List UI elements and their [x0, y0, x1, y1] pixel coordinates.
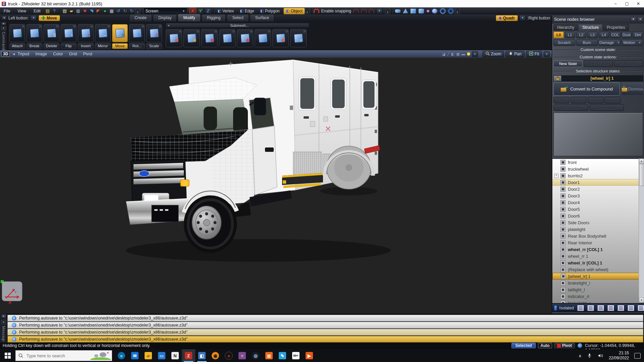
save-icon[interactable]: ▦ [75, 8, 81, 14]
scene-node-door1[interactable]: Door1 [552, 179, 644, 186]
primitive-tube-icon[interactable] [448, 8, 454, 14]
extrude-tool-icon[interactable]: ◳◆ [237, 29, 253, 47]
node-visibility-checkbox[interactable] [560, 281, 566, 286]
viewport-menu-color[interactable]: Color [53, 52, 63, 56]
toolbar-overflow-icon[interactable]: ▾ [135, 8, 140, 14]
scene-node-door4[interactable]: Door4 [552, 199, 644, 206]
node-visibility-checkbox[interactable] [561, 274, 566, 279]
right-tool-button[interactable]: ◆ Quadr [496, 15, 518, 21]
mode-edge-button[interactable]: ◧Edge [238, 8, 256, 14]
minimize-button[interactable]: – [610, 0, 621, 7]
taskbar-app-notepad[interactable]: N [168, 349, 182, 362]
motion-button[interactable]: Motion▼ [622, 39, 643, 46]
tray-expand-icon[interactable]: ∧ [578, 353, 582, 358]
node-visibility-checkbox[interactable] [560, 200, 566, 205]
close-toolbar-icon[interactable]: ✕ [1, 15, 7, 20]
viewport-options-dropdown-icon[interactable]: ▼ [544, 51, 550, 57]
node-visibility-checkbox[interactable] [560, 207, 566, 212]
primitives-overflow-icon[interactable]: ▾ [455, 8, 460, 14]
menu-edit[interactable]: Edit [30, 7, 44, 14]
viewport-pan-button[interactable]: Pan [505, 51, 524, 57]
mode-object-button[interactable]: ◧Object [283, 8, 305, 14]
material-icon[interactable]: ◪ [442, 52, 445, 56]
close-icon[interactable]: ✕ [637, 17, 643, 22]
taskbar-app-music[interactable]: ◉ [209, 349, 222, 362]
expand-corner-icon[interactable]: ◳ [303, 30, 306, 33]
left-button-dropdown-icon[interactable]: ▼ [31, 15, 37, 21]
expand-corner-icon[interactable]: ◳ [159, 25, 161, 28]
export-icon[interactable]: ◥ [89, 8, 95, 14]
damage-button[interactable]: Damage▼ [599, 39, 621, 46]
axis-gizmo[interactable]: z [1, 280, 22, 304]
primitive-cube-icon[interactable] [410, 8, 416, 14]
tool-insert[interactable]: ◳+Insert [78, 24, 94, 49]
scene-node-door6[interactable]: Door6 [552, 213, 644, 219]
command-strip-label[interactable]: Command [2, 32, 6, 50]
back-arrow-icon[interactable]: ◀ [12, 52, 15, 56]
axis-y-button[interactable]: Y [197, 8, 204, 14]
tab-display[interactable]: Display [153, 14, 177, 21]
tool-delete[interactable]: ◳▯Delete [44, 24, 59, 49]
viewport-fit-button[interactable]: Fit [526, 51, 542, 57]
menu-file[interactable]: File [0, 7, 14, 14]
light-dropdown-icon[interactable]: ▼ [472, 51, 478, 57]
lod-l2-button[interactable]: L2 [576, 32, 587, 38]
messages-strip-label[interactable]: Messagi [2, 326, 6, 342]
scene-node-brakelight-r[interactable]: brakelight_r [552, 300, 644, 303]
submesh-header[interactable]: ▲ Submesh... [166, 23, 309, 28]
lod-l0-button[interactable]: L0 [553, 32, 564, 38]
shade-icon[interactable]: ◧ [451, 52, 454, 56]
expand-corner-icon[interactable]: ◳ [268, 30, 270, 33]
node-visibility-checkbox[interactable] [560, 294, 566, 299]
node-list-scrollbar[interactable]: ▲ ▼ [639, 159, 644, 303]
log-row[interactable]: iPerforming autosave to "c:\users\window… [7, 329, 643, 336]
new-file-icon[interactable]: ▤ [62, 8, 68, 14]
taskbar-app-code[interactable]: ▭ [155, 349, 168, 362]
modes-overflow-icon[interactable]: ▾ [305, 8, 310, 14]
log-row[interactable]: iPerforming autosave to "c:\users\window… [7, 336, 643, 343]
microphone-icon[interactable] [587, 353, 592, 358]
node-visibility-checkbox[interactable] [560, 193, 566, 198]
tool-move[interactable]: ◳+Move [112, 24, 128, 49]
expand-corner-icon[interactable]: ◳ [124, 25, 127, 28]
expand-node-icon[interactable]: + [554, 174, 558, 178]
delete-state-button[interactable]: Delete State [584, 60, 613, 67]
tab-rigging[interactable]: Rigging [202, 14, 226, 21]
scroll-down-icon[interactable]: ▼ [639, 298, 644, 303]
axis-x-button[interactable]: X [189, 8, 196, 14]
tool-rot[interactable]: ◳↻Rot... [129, 24, 145, 49]
scene-node-truckwheel[interactable]: truckwheel [552, 166, 644, 172]
expand-corner-icon[interactable]: ◳ [107, 25, 110, 28]
scene-node-burrito2[interactable]: +burrito2 [552, 172, 644, 179]
panel-tab-hierarchy[interactable]: Hierarchy [553, 24, 578, 31]
scene-node-rear-interior[interactable]: Rear Interior [552, 239, 644, 246]
isolated-label[interactable]: Isolated [559, 306, 574, 310]
chevron-down-icon[interactable]: ▼ [637, 41, 641, 44]
viewport-zoom-button[interactable]: Zoom [482, 51, 504, 57]
scene-node-wheel-rr-col-1[interactable]: wheel_rr [COL] 1 [552, 246, 644, 253]
taskbar-app-steam[interactable]: ◎ [249, 349, 262, 362]
brush-tool-icon[interactable]: ◳◆ [183, 29, 200, 47]
node-visibility-checkbox[interactable] [560, 220, 566, 225]
scrollbar-thumb[interactable] [639, 164, 644, 186]
expand-corner-icon[interactable]: ◳ [232, 30, 234, 33]
lod-l3-button[interactable]: L3 [587, 32, 598, 38]
expand-corner-icon[interactable]: ◳ [250, 30, 252, 33]
close-group-button[interactable]: Close group [589, 104, 624, 111]
node-visibility-checkbox[interactable] [560, 287, 566, 292]
expand-all-icon[interactable] [577, 305, 584, 311]
taskbar-app-recorder[interactable]: ● [222, 349, 235, 362]
taskbar-app-video-player[interactable]: ▶ [303, 349, 316, 362]
collapse-all-icon[interactable] [587, 305, 594, 311]
tab-modify[interactable]: Modify [178, 14, 200, 21]
tab-create[interactable]: Create [129, 14, 152, 21]
mode-vertex-button[interactable]: ◧Vertex [216, 8, 236, 14]
scene-node-taillight-l[interactable]: taillight_l [552, 286, 644, 293]
right-button-dropdown-icon[interactable]: ▼ [520, 15, 526, 21]
scene-node-indicator-rl[interactable]: indicator_rl [552, 293, 644, 300]
taskbar-app-file-explorer[interactable]: ▰ [142, 349, 155, 362]
magnet-icon[interactable] [314, 9, 319, 13]
lock-icon[interactable] [554, 76, 561, 81]
expand-corner-icon[interactable]: ◳ [214, 30, 217, 33]
speaker-icon[interactable] [597, 353, 603, 358]
